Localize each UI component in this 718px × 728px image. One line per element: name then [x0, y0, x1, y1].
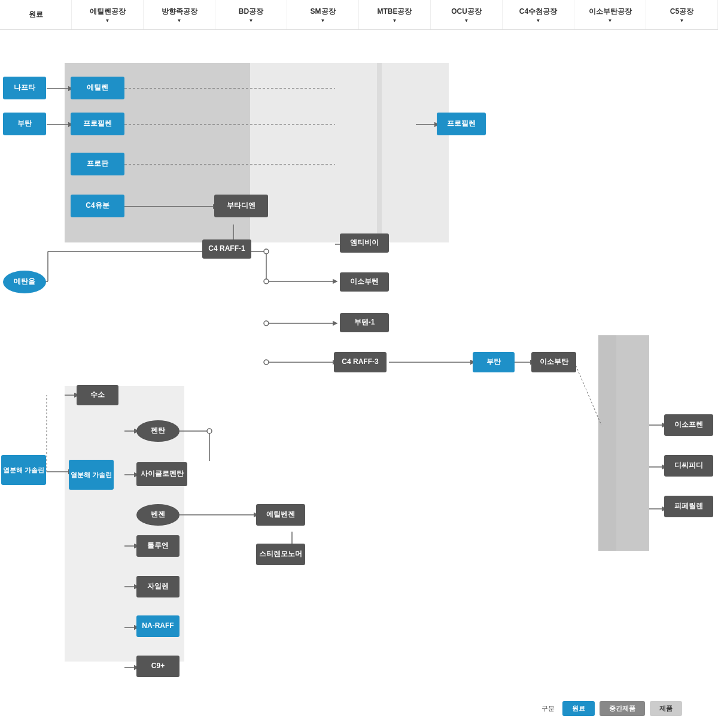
arrow-down-icon: ▼	[608, 18, 613, 23]
bg-c5-light	[598, 335, 616, 551]
col-header-bd: BD공장 ▼	[215, 0, 287, 29]
node-butane-raw: 부탄	[3, 113, 46, 135]
node-isoprene: 이소프렌	[664, 414, 713, 436]
col-label-raw: 원료	[29, 10, 43, 20]
header-row: 원료 에틸렌공장 ▼ 방향족공장 ▼ BD공장 ▼ SM공장 ▼ MTBE공장 …	[0, 0, 718, 30]
node-piperylene: 피페릴렌	[664, 496, 713, 517]
node-pentane: 펜탄	[136, 420, 180, 442]
arrow-down-icon: ▼	[393, 18, 397, 23]
node-xylene: 자일렌	[136, 576, 180, 597]
node-propylene: 프로필렌	[71, 113, 124, 135]
arrow-down-icon: ▼	[464, 18, 469, 23]
col-label-c4h: C4수첨공장	[519, 7, 557, 17]
node-butane-c4h: 부탄	[473, 352, 515, 372]
col-header-aromatic: 방향족공장 ▼	[144, 0, 215, 29]
svg-line-35	[574, 362, 601, 425]
svg-point-41	[264, 321, 269, 326]
node-naphtha: 나프타	[3, 77, 46, 99]
legend-label: 구분	[541, 704, 555, 713]
node-cracked-gasoline-input: 열분해 가솔린	[1, 455, 46, 485]
arrow-down-icon: ▼	[536, 18, 541, 23]
node-butadiene: 부타디엔	[214, 195, 268, 217]
node-benzene: 벤젠	[136, 504, 180, 526]
col-header-c4h: C4수첨공장 ▼	[503, 0, 574, 29]
node-cyclopentane: 사이클로펜탄	[136, 462, 187, 486]
node-ethylene: 에틸렌	[71, 77, 124, 99]
col-header-ocu: OCU공장 ▼	[431, 0, 503, 29]
arrow-down-icon: ▼	[680, 18, 684, 23]
node-methanol: 메탄올	[3, 271, 46, 293]
col-label-c5: C5공장	[670, 7, 693, 17]
node-butene1: 부텐-1	[340, 313, 389, 332]
node-c4-fraction: C4유분	[71, 195, 124, 217]
node-na-raff: NA-RAFF	[136, 615, 180, 637]
legend-btn-intermediate[interactable]: 중간제품	[600, 701, 645, 716]
page: 원료 에틸렌공장 ▼ 방향족공장 ▼ BD공장 ▼ SM공장 ▼ MTBE공장 …	[0, 0, 718, 728]
legend-btn-product[interactable]: 제품	[650, 701, 682, 716]
node-toluene: 톨루엔	[136, 535, 180, 557]
col-header-mtbe: MTBE공장 ▼	[359, 0, 431, 29]
col-label-isobutane: 이소부탄공장	[589, 7, 632, 17]
node-cracked-gasoline2: 열분해 가솔린	[69, 460, 114, 490]
node-mtbe: 엠티비이	[340, 233, 389, 253]
node-c9plus: C9+	[136, 656, 180, 677]
col-header-sm: SM공장 ▼	[287, 0, 359, 29]
node-dcpd: 디씨피디	[664, 455, 713, 477]
node-isobutane: 이소부탄	[531, 352, 576, 372]
col-label-ethylene: 에틸렌공장	[90, 7, 126, 17]
node-propane: 프로판	[71, 153, 124, 175]
node-hydrogen: 수소	[77, 385, 118, 405]
col-header-c5: C5공장 ▼	[646, 0, 718, 29]
svg-point-39	[264, 249, 269, 254]
content-area: 나프타 부탄 에틸렌 프로필렌 프로판 C4유분 부타디엔	[0, 30, 718, 728]
col-header-isobutane: 이소부탄공장 ▼	[574, 0, 646, 29]
bg-bd-light	[250, 63, 382, 242]
node-isobutene: 이소부텐	[340, 272, 389, 292]
legend-btn-raw[interactable]: 원료	[562, 701, 595, 716]
arrow-down-icon: ▼	[249, 18, 254, 23]
arrow-down-icon: ▼	[321, 18, 325, 23]
col-label-aromatic: 방향족공장	[162, 7, 197, 17]
svg-point-42	[264, 360, 269, 365]
col-label-bd: BD공장	[239, 7, 263, 17]
arrow-down-icon: ▼	[177, 18, 182, 23]
bg-ocu-light	[377, 63, 449, 242]
col-label-mtbe: MTBE공장	[378, 7, 412, 17]
col-label-sm: SM공장	[311, 7, 336, 17]
arrow-down-icon: ▼	[105, 18, 110, 23]
legend: 구분 원료 중간제품 제품	[541, 701, 682, 716]
node-ethylbenzene: 에틸벤젠	[256, 504, 305, 526]
svg-point-40	[264, 279, 269, 284]
col-label-ocu: OCU공장	[451, 7, 482, 17]
node-propylene-ocu: 프로필렌	[437, 113, 486, 135]
node-styrene: 스티렌모노머	[256, 544, 305, 565]
node-c4raff1: C4 RAFF-1	[202, 239, 251, 259]
col-header-ethylene: 에틸렌공장 ▼	[72, 0, 144, 29]
svg-point-43	[207, 429, 212, 433]
col-header-raw: 원료	[0, 0, 72, 29]
node-c4raff3: C4 RAFF-3	[334, 352, 387, 372]
